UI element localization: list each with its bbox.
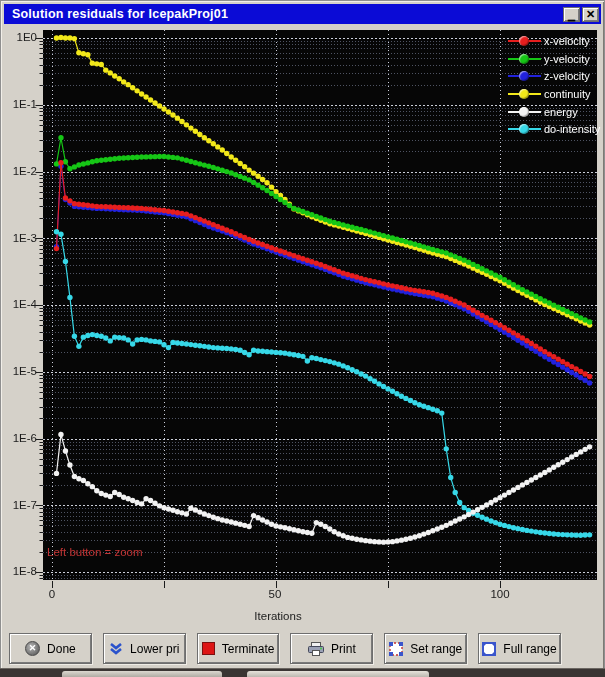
legend-label: energy [544, 106, 578, 118]
y-tick-label: 1E-2 [0, 165, 37, 177]
x-velocity-marker-icon [508, 36, 541, 46]
legend-label: y-velocity [544, 53, 590, 65]
footer-button-row: ✕ Done Lower pri Terminate Print [9, 633, 561, 664]
y-tick-label: 1E-5 [0, 365, 37, 377]
legend-label: x-velocity [544, 35, 590, 47]
printer-icon [308, 642, 324, 656]
legend-item-y-velocity: y-velocity [508, 50, 600, 68]
print-button-label: Print [331, 642, 356, 656]
terminate-button-label: Terminate [222, 642, 275, 656]
lower-priority-button-label: Lower pri [130, 642, 179, 656]
legend-item-continuity: continuity [508, 85, 600, 103]
chart-legend: x-velocity y-velocity z-velocity continu… [508, 32, 600, 138]
energy-marker-icon [508, 107, 541, 117]
done-circle-x-icon: ✕ [25, 641, 40, 656]
y-tick-label: 1E-4 [0, 298, 37, 310]
legend-item-do-intensity: do-intensity [508, 120, 600, 138]
x-tick-label: 0 [32, 588, 72, 600]
done-button[interactable]: ✕ Done [9, 633, 92, 664]
y-tick-label: 1E-3 [0, 232, 37, 244]
full-range-button-label: Full range [503, 642, 556, 656]
print-button[interactable]: Print [290, 633, 373, 664]
y-velocity-marker-icon [508, 54, 541, 64]
z-velocity-marker-icon [508, 71, 541, 81]
legend-item-energy: energy [508, 103, 600, 121]
set-range-button[interactable]: Set range [384, 633, 467, 664]
x-tick-label: 50 [255, 588, 295, 600]
y-tick-label: 1E-6 [0, 432, 37, 444]
zoom-hint-annotation: Left button = zoom [47, 546, 143, 558]
set-range-button-label: Set range [410, 642, 462, 656]
close-button[interactable]: ✕ [582, 7, 599, 22]
set-range-icon [389, 642, 403, 656]
title-bar: Solution residuals for IcepakProj01 ▁ ✕ [4, 4, 601, 24]
do-intensity-marker-icon [508, 124, 541, 134]
y-tick-label: 1E-1 [0, 98, 37, 110]
background-window-tab [62, 671, 222, 677]
legend-item-x-velocity: x-velocity [508, 32, 600, 50]
continuity-marker-icon [508, 89, 541, 99]
minimize-button[interactable]: ▁ [563, 7, 580, 22]
full-range-icon [482, 642, 496, 656]
lower-priority-button[interactable]: Lower pri [103, 633, 186, 664]
x-tick-label: 100 [480, 588, 520, 600]
x-axis-title: Iterations [178, 610, 378, 622]
application-window: { "window": { "title": "Solution residua… [0, 0, 605, 677]
legend-label: do-intensity [544, 123, 600, 135]
terminate-button[interactable]: Terminate [197, 633, 280, 664]
window-title: Solution residuals for IcepakProj01 [12, 7, 228, 21]
background-windows-strip [0, 668, 605, 677]
legend-item-z-velocity: z-velocity [508, 67, 600, 85]
full-range-button[interactable]: Full range [478, 633, 561, 664]
terminate-square-icon [202, 642, 215, 655]
double-chevron-down-icon [109, 643, 123, 655]
legend-label: continuity [544, 88, 590, 100]
y-tick-label: 1E0 [0, 31, 37, 43]
legend-label: z-velocity [544, 70, 590, 82]
y-tick-label: 1E-7 [0, 499, 37, 511]
background-window-tab [247, 671, 429, 677]
done-button-label: Done [47, 642, 76, 656]
y-tick-label: 1E-8 [0, 565, 37, 577]
